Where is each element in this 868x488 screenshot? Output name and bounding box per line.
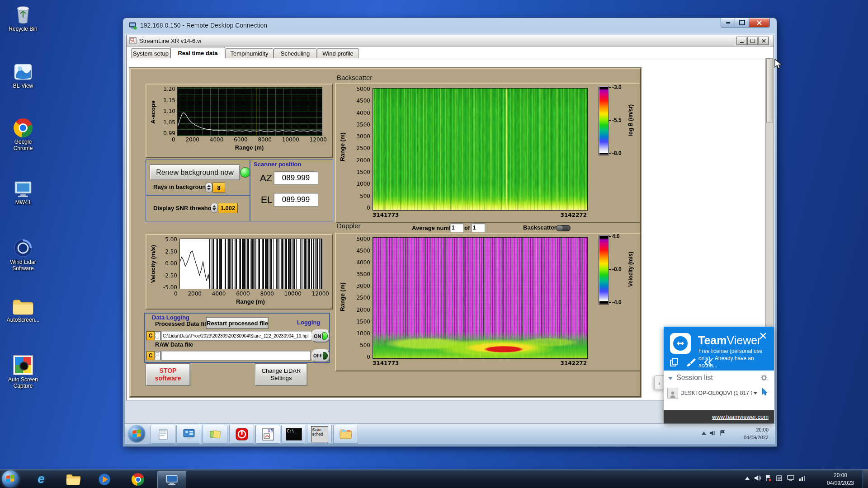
change-lidar-settings-button[interactable]: Change LiDAR Settings: [255, 363, 307, 386]
ascope-yticks: 1.201.151.101.050.99: [157, 86, 175, 136]
tab-temp-humidity[interactable]: Temp/humidity: [225, 48, 274, 58]
minimize-icon: [740, 42, 744, 43]
average-number-field[interactable]: 1: [450, 223, 464, 232]
snr-threshold-box: Display SNR threshold 1.002: [146, 195, 250, 221]
processed-drive-letter[interactable]: C: [146, 331, 155, 340]
tab-scheduling[interactable]: Scheduling: [274, 48, 317, 58]
remote-clock[interactable]: 20:00 04/09/2023: [744, 426, 769, 441]
ascope-plot-area: [177, 87, 322, 136]
person-icon: [670, 391, 676, 398]
tab-system-setup[interactable]: System setup: [131, 48, 170, 58]
doppler-colorbar-label: Velocity (m/s): [627, 252, 634, 286]
host-clock[interactable]: 20:00 04/09/2023: [821, 472, 860, 487]
teamviewer-link[interactable]: www.teamviewer.com: [712, 413, 769, 420]
flag-icon[interactable]: [720, 430, 725, 436]
folder-icon: [12, 298, 34, 315]
clipboard-icon[interactable]: [776, 475, 783, 481]
action-center-flag-icon[interactable]: [765, 475, 771, 481]
brush-icon[interactable]: [685, 357, 696, 367]
teamviewer-close-button[interactable]: [760, 332, 767, 339]
average-total-field[interactable]: 1: [471, 223, 485, 232]
desktop-icon-auto-screen-capture[interactable]: Auto Screen Capture: [2, 355, 44, 389]
raw-logging-toggle-off[interactable]: OFF: [311, 349, 330, 362]
tab-wind-profile[interactable]: Wind profile: [317, 48, 359, 58]
desktop-icon-google-chrome[interactable]: Google Chrome: [2, 118, 44, 152]
host-taskbar-media-player[interactable]: [94, 472, 115, 487]
remote-taskbar-labview-xr[interactable]: XR: [255, 425, 280, 444]
streamline-titlebar[interactable]: StreamLine XR v14-6.vi: [127, 35, 774, 47]
gear-icon[interactable]: [760, 374, 769, 381]
host-start-orb[interactable]: [2, 470, 19, 488]
connect-cursor-icon[interactable]: [761, 388, 769, 396]
remote-taskbar-display-settings[interactable]: [176, 425, 201, 444]
app-restore-button[interactable]: [747, 37, 758, 45]
remote-taskbar-scan-scheduler[interactable]: Scansched: [307, 425, 332, 444]
host-tray[interactable]: [745, 475, 806, 481]
az-field[interactable]: 089.999: [274, 171, 318, 185]
host-taskbar-file-explorer[interactable]: [63, 472, 84, 487]
desktop-icon-wind-lidar[interactable]: Wind Lidar Software: [2, 239, 44, 272]
tab-real-time-data[interactable]: Real time data: [170, 47, 225, 58]
doppler-graph: Range (m) 500045004000350030002500200015…: [335, 233, 641, 371]
raw-browse-icon[interactable]: [154, 351, 160, 360]
snr-value[interactable]: 1.002: [218, 203, 238, 213]
remote-taskbar-sticky-notes[interactable]: [203, 425, 227, 444]
remote-start-orb[interactable]: [127, 425, 146, 443]
desktop-icon-bl-view[interactable]: BL-View: [2, 62, 44, 89]
app-close-button[interactable]: [758, 37, 769, 45]
desktop-icon-mw41[interactable]: MW41: [2, 181, 44, 206]
volume-icon[interactable]: [710, 430, 716, 436]
el-label: EL: [261, 194, 273, 205]
remote-taskbar-command-prompt[interactable]: C:\_: [281, 425, 306, 444]
el-field[interactable]: 089.999: [274, 193, 318, 206]
on-led: [322, 332, 328, 340]
rdp-close-button[interactable]: [749, 18, 770, 28]
scrollbar-thumb[interactable]: [766, 58, 773, 122]
session-list-collapse-icon[interactable]: [668, 377, 673, 380]
host-taskbar-internet-explorer[interactable]: e: [32, 471, 51, 487]
host-taskbar: e: [0, 469, 868, 488]
rdp-minimize-button[interactable]: [721, 18, 736, 28]
hidden-icons-arrow-icon[interactable]: [702, 432, 706, 435]
velocity-graph: Velocity (m/s) 5.002.500.00-2.50-5.00 02…: [146, 234, 333, 310]
rays-value[interactable]: 8: [212, 183, 225, 192]
collapse-chevrons-icon[interactable]: [703, 358, 713, 366]
processed-path-field[interactable]: C:\Lidar\Data\Proc\2023\202309\20230904\…: [161, 331, 312, 341]
toggle-knob: [557, 225, 563, 231]
desktop-icon-recycle-bin[interactable]: Recycle Bin: [2, 4, 44, 33]
remote-taskbar-folder[interactable]: [333, 425, 358, 444]
backscatter-title: Backscatter: [337, 74, 372, 81]
backscatter-toggle-label: Backscatter: [523, 224, 557, 231]
remote-taskbar-notepad[interactable]: [151, 425, 175, 444]
app-minimize-button[interactable]: [736, 37, 747, 45]
show-desktop-button[interactable]: [863, 469, 868, 488]
volume-icon[interactable]: [754, 475, 761, 481]
renew-background-button[interactable]: Renew background now: [150, 164, 240, 180]
rdp-monitor-icon[interactable]: [787, 475, 794, 481]
raw-drive-letter[interactable]: C: [146, 351, 155, 360]
session-entry[interactable]: DESKTOP-OE0QDVI (1 817 937: [680, 390, 752, 396]
rdp-titlebar[interactable]: 192.168.0.150 - Remote Desktop Connectio…: [123, 18, 777, 33]
backscatter-colorbar-ticks: -3.0-5.5-8.0: [609, 84, 627, 156]
desktop-icon-autoscreen-folder[interactable]: AutoScreen...: [2, 298, 44, 324]
network-icon[interactable]: [799, 475, 806, 481]
backscatter-doppler-toggle[interactable]: [556, 225, 571, 231]
remote-taskbar-power-stop[interactable]: [229, 425, 254, 444]
host-taskbar-chrome[interactable]: [127, 472, 148, 487]
raw-path-field[interactable]: [161, 351, 311, 361]
processed-browse-icon[interactable]: [154, 331, 160, 340]
hidden-icons-arrow-icon[interactable]: [745, 477, 750, 480]
rdp-maximize-button[interactable]: [735, 18, 750, 28]
stop-software-button[interactable]: STOP software: [146, 363, 190, 386]
remote-tray-icons[interactable]: [702, 430, 725, 436]
host-taskbar-remote-desktop-active[interactable]: [157, 471, 186, 488]
processed-logging-toggle-on[interactable]: ON: [311, 329, 330, 343]
session-entry-dropdown-icon[interactable]: [753, 392, 758, 394]
restart-processed-file-button[interactable]: Restart processed file: [206, 317, 269, 329]
processed-data-file-label: Processed Data file: [155, 320, 209, 327]
clipboard-sessions-icon[interactable]: [669, 357, 679, 367]
snr-spinner[interactable]: [211, 203, 218, 213]
labview-xr-icon: XR: [262, 428, 274, 441]
rays-spinner[interactable]: [205, 183, 212, 192]
teamviewer-expand-chevron[interactable]: ›: [654, 375, 664, 390]
